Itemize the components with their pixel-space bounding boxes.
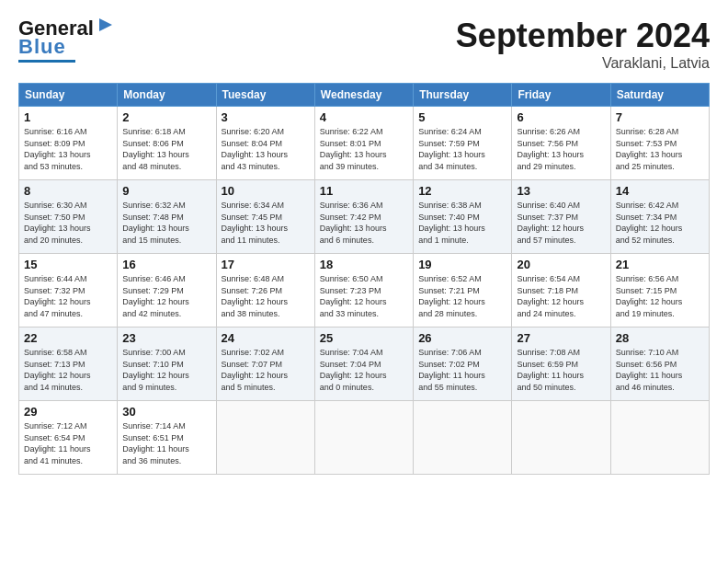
day-number: 1 bbox=[24, 110, 112, 124]
day-number: 3 bbox=[222, 110, 310, 124]
day-info: Sunrise: 6:22 AM Sunset: 8:01 PM Dayligh… bbox=[320, 126, 408, 172]
day-number: 19 bbox=[418, 258, 506, 271]
day-info: Sunrise: 6:52 AM Sunset: 7:21 PM Dayligh… bbox=[418, 273, 506, 319]
table-row: 6Sunrise: 6:26 AM Sunset: 7:56 PM Daylig… bbox=[512, 107, 610, 180]
day-number: 8 bbox=[24, 184, 112, 198]
day-number: 15 bbox=[24, 258, 112, 271]
table-row: 4Sunrise: 6:22 AM Sunset: 8:01 PM Daylig… bbox=[314, 107, 413, 180]
title-block: September 2024 Varaklani, Latvia bbox=[456, 17, 710, 72]
day-info: Sunrise: 6:36 AM Sunset: 7:42 PM Dayligh… bbox=[320, 200, 408, 246]
day-info: Sunrise: 6:38 AM Sunset: 7:40 PM Dayligh… bbox=[418, 200, 506, 246]
day-info: Sunrise: 6:24 AM Sunset: 7:59 PM Dayligh… bbox=[418, 126, 506, 172]
day-info: Sunrise: 6:20 AM Sunset: 8:04 PM Dayligh… bbox=[222, 126, 310, 172]
day-number: 27 bbox=[517, 331, 605, 345]
table-row: 12Sunrise: 6:38 AM Sunset: 7:40 PM Dayli… bbox=[414, 180, 512, 254]
day-info: Sunrise: 6:32 AM Sunset: 7:48 PM Dayligh… bbox=[122, 200, 210, 246]
day-number: 13 bbox=[517, 184, 605, 198]
day-info: Sunrise: 6:48 AM Sunset: 7:26 PM Dayligh… bbox=[222, 273, 310, 319]
day-info: Sunrise: 6:18 AM Sunset: 8:06 PM Dayligh… bbox=[122, 126, 210, 172]
day-info: Sunrise: 6:30 AM Sunset: 7:50 PM Dayligh… bbox=[24, 200, 112, 246]
day-info: Sunrise: 6:44 AM Sunset: 7:32 PM Dayligh… bbox=[24, 273, 112, 319]
table-row: 3Sunrise: 6:20 AM Sunset: 8:04 PM Daylig… bbox=[216, 107, 314, 180]
table-row: 16Sunrise: 6:46 AM Sunset: 7:29 PM Dayli… bbox=[118, 254, 216, 327]
table-row: 25Sunrise: 7:04 AM Sunset: 7:04 PM Dayli… bbox=[314, 327, 413, 401]
day-number: 14 bbox=[616, 184, 704, 198]
table-row: 17Sunrise: 6:48 AM Sunset: 7:26 PM Dayli… bbox=[216, 254, 314, 327]
day-number: 29 bbox=[24, 405, 112, 419]
header: General Blue September 2024 Varaklani, L… bbox=[18, 17, 710, 72]
calendar-title: September 2024 bbox=[456, 17, 710, 55]
day-number: 6 bbox=[517, 110, 605, 124]
table-row: 2Sunrise: 6:18 AM Sunset: 8:06 PM Daylig… bbox=[118, 107, 216, 180]
day-number: 4 bbox=[320, 110, 408, 124]
calendar-week-row: 15Sunrise: 6:44 AM Sunset: 7:32 PM Dayli… bbox=[19, 254, 710, 327]
table-row: 30Sunrise: 7:14 AM Sunset: 6:51 PM Dayli… bbox=[118, 401, 216, 475]
table-row: 15Sunrise: 6:44 AM Sunset: 7:32 PM Dayli… bbox=[19, 254, 118, 327]
calendar-header-row: Sunday Monday Tuesday Wednesday Thursday… bbox=[19, 84, 710, 107]
table-row: 9Sunrise: 6:32 AM Sunset: 7:48 PM Daylig… bbox=[118, 180, 216, 254]
day-number: 23 bbox=[122, 331, 210, 345]
table-row: 28Sunrise: 7:10 AM Sunset: 6:56 PM Dayli… bbox=[610, 327, 709, 401]
day-info: Sunrise: 7:00 AM Sunset: 7:10 PM Dayligh… bbox=[122, 347, 210, 393]
logo: General Blue bbox=[18, 17, 116, 63]
day-number: 2 bbox=[122, 110, 210, 124]
day-number: 11 bbox=[320, 184, 408, 198]
day-number: 25 bbox=[320, 331, 408, 345]
table-row: 22Sunrise: 6:58 AM Sunset: 7:13 PM Dayli… bbox=[19, 327, 118, 401]
table-row: 10Sunrise: 6:34 AM Sunset: 7:45 PM Dayli… bbox=[216, 180, 314, 254]
logo-arrow-icon bbox=[96, 15, 116, 35]
day-number: 22 bbox=[24, 331, 112, 345]
day-number: 10 bbox=[222, 184, 310, 198]
calendar-week-row: 1Sunrise: 6:16 AM Sunset: 8:09 PM Daylig… bbox=[19, 107, 710, 180]
day-info: Sunrise: 6:34 AM Sunset: 7:45 PM Dayligh… bbox=[222, 200, 310, 246]
day-info: Sunrise: 6:58 AM Sunset: 7:13 PM Dayligh… bbox=[24, 347, 112, 393]
table-row: 21Sunrise: 6:56 AM Sunset: 7:15 PM Dayli… bbox=[610, 254, 709, 327]
table-row: 1Sunrise: 6:16 AM Sunset: 8:09 PM Daylig… bbox=[19, 107, 118, 180]
day-info: Sunrise: 7:08 AM Sunset: 6:59 PM Dayligh… bbox=[517, 347, 605, 393]
col-monday: Monday bbox=[118, 84, 216, 107]
calendar-week-row: 29Sunrise: 7:12 AM Sunset: 6:54 PM Dayli… bbox=[19, 401, 710, 475]
main-container: General Blue September 2024 Varaklani, L… bbox=[0, 0, 728, 484]
calendar-table: Sunday Monday Tuesday Wednesday Thursday… bbox=[18, 83, 710, 475]
table-row bbox=[414, 401, 512, 475]
logo-underline bbox=[18, 60, 75, 63]
day-number: 5 bbox=[418, 110, 506, 124]
table-row: 13Sunrise: 6:40 AM Sunset: 7:37 PM Dayli… bbox=[512, 180, 610, 254]
col-sunday: Sunday bbox=[19, 84, 118, 107]
day-number: 9 bbox=[122, 184, 210, 198]
table-row: 29Sunrise: 7:12 AM Sunset: 6:54 PM Dayli… bbox=[19, 401, 118, 475]
day-info: Sunrise: 7:02 AM Sunset: 7:07 PM Dayligh… bbox=[222, 347, 310, 393]
table-row: 24Sunrise: 7:02 AM Sunset: 7:07 PM Dayli… bbox=[216, 327, 314, 401]
col-wednesday: Wednesday bbox=[314, 84, 413, 107]
day-number: 18 bbox=[320, 258, 408, 271]
table-row: 23Sunrise: 7:00 AM Sunset: 7:10 PM Dayli… bbox=[118, 327, 216, 401]
day-info: Sunrise: 6:26 AM Sunset: 7:56 PM Dayligh… bbox=[517, 126, 605, 172]
day-info: Sunrise: 6:28 AM Sunset: 7:53 PM Dayligh… bbox=[616, 126, 704, 172]
day-info: Sunrise: 6:56 AM Sunset: 7:15 PM Dayligh… bbox=[616, 273, 704, 319]
day-number: 30 bbox=[122, 405, 210, 419]
table-row: 20Sunrise: 6:54 AM Sunset: 7:18 PM Dayli… bbox=[512, 254, 610, 327]
day-info: Sunrise: 6:54 AM Sunset: 7:18 PM Dayligh… bbox=[517, 273, 605, 319]
day-info: Sunrise: 6:16 AM Sunset: 8:09 PM Dayligh… bbox=[24, 126, 112, 172]
day-info: Sunrise: 7:04 AM Sunset: 7:04 PM Dayligh… bbox=[320, 347, 408, 393]
col-friday: Friday bbox=[512, 84, 610, 107]
logo-blue: Blue bbox=[18, 35, 66, 59]
day-info: Sunrise: 6:40 AM Sunset: 7:37 PM Dayligh… bbox=[517, 200, 605, 246]
day-info: Sunrise: 7:12 AM Sunset: 6:54 PM Dayligh… bbox=[24, 420, 112, 466]
table-row: 18Sunrise: 6:50 AM Sunset: 7:23 PM Dayli… bbox=[314, 254, 413, 327]
col-tuesday: Tuesday bbox=[216, 84, 314, 107]
col-thursday: Thursday bbox=[414, 84, 512, 107]
day-number: 12 bbox=[418, 184, 506, 198]
table-row: 19Sunrise: 6:52 AM Sunset: 7:21 PM Dayli… bbox=[414, 254, 512, 327]
table-row: 14Sunrise: 6:42 AM Sunset: 7:34 PM Dayli… bbox=[610, 180, 709, 254]
table-row: 8Sunrise: 6:30 AM Sunset: 7:50 PM Daylig… bbox=[19, 180, 118, 254]
col-saturday: Saturday bbox=[610, 84, 709, 107]
table-row: 5Sunrise: 6:24 AM Sunset: 7:59 PM Daylig… bbox=[414, 107, 512, 180]
day-number: 16 bbox=[122, 258, 210, 271]
calendar-subtitle: Varaklani, Latvia bbox=[456, 55, 710, 72]
day-info: Sunrise: 7:06 AM Sunset: 7:02 PM Dayligh… bbox=[418, 347, 506, 393]
day-number: 7 bbox=[616, 110, 704, 124]
day-info: Sunrise: 6:50 AM Sunset: 7:23 PM Dayligh… bbox=[320, 273, 408, 319]
day-number: 24 bbox=[222, 331, 310, 345]
table-row bbox=[512, 401, 610, 475]
